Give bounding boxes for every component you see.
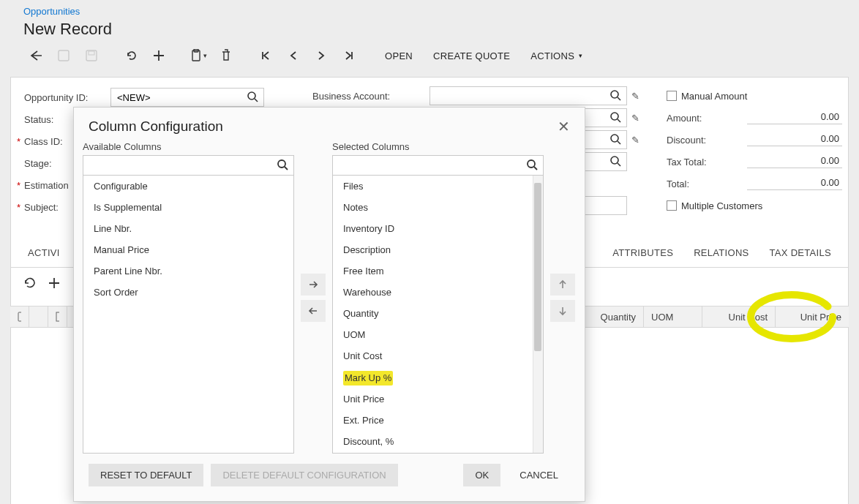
move-right-icon[interactable] [301, 274, 326, 296]
selected-columns-label: Selected Columns [332, 141, 544, 152]
list-item[interactable]: Warehouse [333, 282, 543, 303]
svg-point-13 [278, 160, 285, 168]
list-item[interactable]: Files [333, 176, 543, 197]
list-item[interactable]: Line Nbr. [83, 218, 293, 239]
delete-default-config-button: DELETE DEFAULT CONFIGURATION [211, 464, 397, 486]
list-item[interactable]: Quantity [333, 303, 543, 324]
list-item[interactable]: Description [333, 239, 543, 260]
modal-title: Column Configuration [89, 119, 223, 135]
move-up-icon[interactable] [550, 274, 575, 296]
reset-to-default-button[interactable]: RESET TO DEFAULT [89, 464, 203, 486]
list-item[interactable]: Is Supplemental [83, 197, 293, 218]
list-item[interactable]: Unit Price [333, 388, 543, 410]
modal-overlay: Column Configuration ✕ Available Columns… [0, 0, 859, 504]
list-item[interactable]: Sort Order [83, 282, 293, 303]
list-item[interactable]: Parent Line Nbr. [83, 260, 293, 282]
ok-button[interactable]: OK [463, 464, 500, 486]
list-item[interactable]: Free Item [333, 260, 543, 282]
list-item[interactable]: UOM [333, 324, 543, 345]
selected-columns-list[interactable]: FilesNotesInventory IDDescriptionFree It… [332, 176, 544, 454]
list-item[interactable]: Discount, % [333, 431, 543, 452]
move-down-icon[interactable] [550, 300, 575, 322]
svg-point-14 [528, 160, 535, 168]
close-icon[interactable]: ✕ [558, 118, 570, 135]
move-left-icon[interactable] [301, 300, 326, 322]
list-item[interactable]: Inventory ID [333, 218, 543, 239]
list-item[interactable]: Ext. Price [333, 410, 543, 431]
column-configuration-dialog: Column Configuration ✕ Available Columns… [73, 107, 585, 502]
available-columns-list[interactable]: ConfigurableIs SupplementalLine Nbr.Manu… [83, 176, 294, 454]
list-item[interactable]: Unit Cost [333, 345, 543, 366]
cancel-button[interactable]: CANCEL [508, 464, 570, 486]
scrollbar[interactable] [533, 176, 543, 453]
scrollbar-thumb[interactable] [534, 183, 541, 351]
list-item-highlighted[interactable]: Mark Up % [343, 371, 393, 385]
selected-search-input[interactable] [332, 155, 544, 176]
available-search-input[interactable] [83, 155, 294, 176]
list-item[interactable]: Configurable [83, 176, 293, 197]
available-columns-label: Available Columns [83, 141, 294, 152]
list-item[interactable]: Manual Price [83, 239, 293, 260]
list-item[interactable]: Notes [333, 197, 543, 218]
